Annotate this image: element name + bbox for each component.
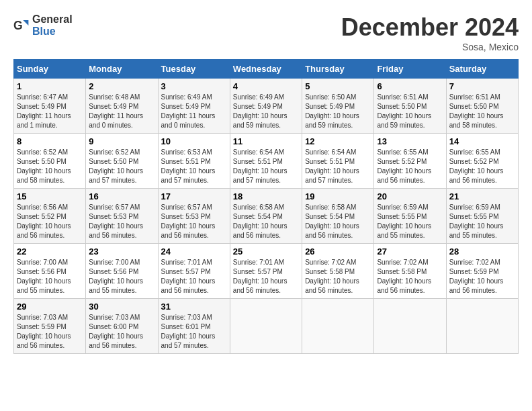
day-cell-31: 31Sunrise: 7:03 AMSunset: 6:01 PMDayligh… bbox=[158, 299, 230, 354]
page-header: G General Blue December 2024 Sosa, Mexic… bbox=[13, 13, 519, 52]
calendar-week-2: 8Sunrise: 6:52 AMSunset: 5:50 PMDaylight… bbox=[14, 134, 519, 189]
day-cell-18: 18Sunrise: 6:58 AMSunset: 5:54 PMDayligh… bbox=[230, 189, 302, 244]
day-cell-empty bbox=[374, 299, 446, 354]
logo: G General Blue bbox=[13, 13, 73, 38]
header-tuesday: Tuesday bbox=[158, 60, 230, 79]
day-cell-8: 8Sunrise: 6:52 AMSunset: 5:50 PMDaylight… bbox=[14, 134, 86, 189]
day-cell-4: 4Sunrise: 6:49 AMSunset: 5:49 PMDaylight… bbox=[230, 79, 302, 134]
logo-blue: Blue bbox=[32, 26, 56, 37]
header-friday: Friday bbox=[374, 60, 446, 79]
day-cell-22: 22Sunrise: 7:00 AMSunset: 5:56 PMDayligh… bbox=[14, 244, 86, 299]
calendar-week-4: 22Sunrise: 7:00 AMSunset: 5:56 PMDayligh… bbox=[14, 244, 519, 299]
day-cell-20: 20Sunrise: 6:59 AMSunset: 5:55 PMDayligh… bbox=[374, 189, 446, 244]
day-cell-19: 19Sunrise: 6:58 AMSunset: 5:54 PMDayligh… bbox=[302, 189, 374, 244]
day-cell-29: 29Sunrise: 7:03 AMSunset: 5:59 PMDayligh… bbox=[14, 299, 86, 354]
header-sunday: Sunday bbox=[14, 60, 86, 79]
day-cell-14: 14Sunrise: 6:55 AMSunset: 5:52 PMDayligh… bbox=[446, 134, 518, 189]
day-cell-empty bbox=[230, 299, 302, 354]
header-wednesday: Wednesday bbox=[230, 60, 302, 79]
day-cell-27: 27Sunrise: 7:02 AMSunset: 5:58 PMDayligh… bbox=[374, 244, 446, 299]
day-cell-24: 24Sunrise: 7:01 AMSunset: 5:57 PMDayligh… bbox=[158, 244, 230, 299]
calendar-subtitle: Sosa, Mexico bbox=[341, 42, 519, 52]
header-monday: Monday bbox=[86, 60, 158, 79]
day-cell-12: 12Sunrise: 6:54 AMSunset: 5:51 PMDayligh… bbox=[302, 134, 374, 189]
calendar-table: Sunday Monday Tuesday Wednesday Thursday… bbox=[13, 59, 519, 354]
day-cell-11: 11Sunrise: 6:54 AMSunset: 5:51 PMDayligh… bbox=[230, 134, 302, 189]
day-cell-25: 25Sunrise: 7:01 AMSunset: 5:57 PMDayligh… bbox=[230, 244, 302, 299]
day-cell-15: 15Sunrise: 6:56 AMSunset: 5:52 PMDayligh… bbox=[14, 189, 86, 244]
calendar-week-1: 1Sunrise: 6:47 AMSunset: 5:49 PMDaylight… bbox=[14, 79, 519, 134]
day-cell-7: 7Sunrise: 6:51 AMSunset: 5:50 PMDaylight… bbox=[446, 79, 518, 134]
day-cell-1: 1Sunrise: 6:47 AMSunset: 5:49 PMDaylight… bbox=[14, 79, 86, 134]
header-row: Sunday Monday Tuesday Wednesday Thursday… bbox=[14, 60, 519, 79]
header-thursday: Thursday bbox=[302, 60, 374, 79]
day-cell-10: 10Sunrise: 6:53 AMSunset: 5:51 PMDayligh… bbox=[158, 134, 230, 189]
day-cell-empty bbox=[446, 299, 518, 354]
svg-text:G: G bbox=[13, 19, 23, 32]
day-cell-3: 3Sunrise: 6:49 AMSunset: 5:49 PMDaylight… bbox=[158, 79, 230, 134]
calendar-week-5: 29Sunrise: 7:03 AMSunset: 5:59 PMDayligh… bbox=[14, 299, 519, 354]
title-area: December 2024 Sosa, Mexico bbox=[341, 13, 519, 52]
calendar-title: December 2024 bbox=[341, 13, 519, 42]
header-saturday: Saturday bbox=[446, 60, 518, 79]
day-cell-5: 5Sunrise: 6:50 AMSunset: 5:49 PMDaylight… bbox=[302, 79, 374, 134]
day-cell-26: 26Sunrise: 7:02 AMSunset: 5:58 PMDayligh… bbox=[302, 244, 374, 299]
logo-general: General bbox=[32, 13, 73, 25]
day-cell-9: 9Sunrise: 6:52 AMSunset: 5:50 PMDaylight… bbox=[86, 134, 158, 189]
day-cell-13: 13Sunrise: 6:55 AMSunset: 5:52 PMDayligh… bbox=[374, 134, 446, 189]
svg-marker-1 bbox=[23, 20, 28, 26]
day-cell-23: 23Sunrise: 7:00 AMSunset: 5:56 PMDayligh… bbox=[86, 244, 158, 299]
day-cell-30: 30Sunrise: 7:03 AMSunset: 6:00 PMDayligh… bbox=[86, 299, 158, 354]
day-cell-2: 2Sunrise: 6:48 AMSunset: 5:49 PMDaylight… bbox=[86, 79, 158, 134]
calendar-week-3: 15Sunrise: 6:56 AMSunset: 5:52 PMDayligh… bbox=[14, 189, 519, 244]
day-cell-28: 28Sunrise: 7:02 AMSunset: 5:59 PMDayligh… bbox=[446, 244, 518, 299]
day-cell-16: 16Sunrise: 6:57 AMSunset: 5:53 PMDayligh… bbox=[86, 189, 158, 244]
logo-icon: G bbox=[13, 17, 30, 34]
day-cell-6: 6Sunrise: 6:51 AMSunset: 5:50 PMDaylight… bbox=[374, 79, 446, 134]
day-cell-17: 17Sunrise: 6:57 AMSunset: 5:53 PMDayligh… bbox=[158, 189, 230, 244]
day-cell-21: 21Sunrise: 6:59 AMSunset: 5:55 PMDayligh… bbox=[446, 189, 518, 244]
day-cell-empty bbox=[302, 299, 374, 354]
